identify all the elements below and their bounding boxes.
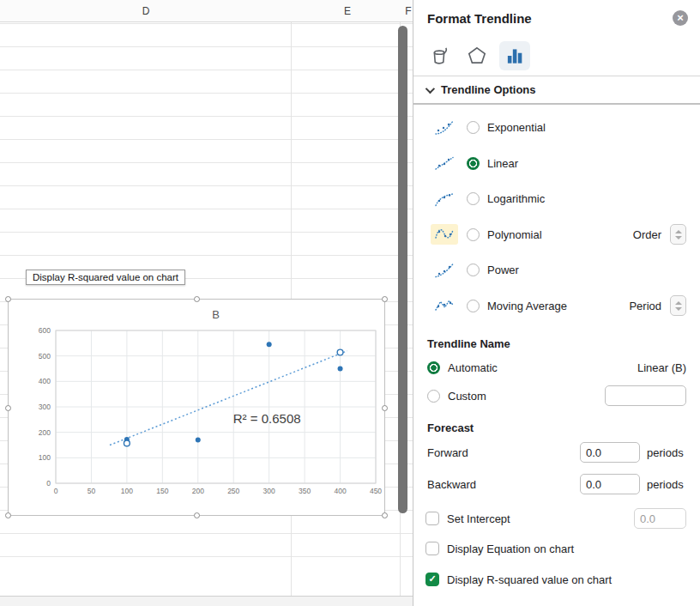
custom-label: Custom	[448, 390, 486, 403]
option-moving-average[interactable]: Moving Average Period	[413, 288, 700, 324]
trendline-name-heading: Trendline Name	[413, 336, 700, 353]
display-r-squared-row[interactable]: Display R-squared value on chart	[413, 564, 700, 595]
power-radio[interactable]	[467, 264, 480, 276]
custom-radio[interactable]	[427, 390, 440, 403]
set-intercept-checkbox[interactable]	[425, 512, 439, 525]
tab-fill-line[interactable]	[424, 41, 455, 70]
svg-text:250: 250	[227, 487, 239, 495]
stepper-up-icon[interactable]	[675, 230, 682, 233]
spreadsheet-area[interactable]: D E F 0501001502002503003504004500100200…	[0, 0, 413, 606]
svg-text:R² = 0.6508: R² = 0.6508	[233, 411, 301, 426]
moving-average-label: Moving Average	[487, 300, 567, 312]
svg-text:400: 400	[39, 377, 51, 385]
chart-handle-mid-left[interactable]	[5, 405, 11, 411]
stepper-down-icon[interactable]	[675, 307, 682, 311]
svg-text:50: 50	[88, 487, 96, 495]
power-trend-icon	[431, 260, 458, 281]
svg-text:100: 100	[39, 453, 51, 462]
backward-unit: periods	[647, 478, 686, 491]
chart-handle-bottom-mid[interactable]	[194, 512, 200, 518]
chart-handle-top-left[interactable]	[5, 296, 11, 302]
automatic-radio[interactable]	[427, 361, 440, 374]
svg-text:0: 0	[54, 487, 58, 495]
column-header-d[interactable]: D	[142, 5, 150, 17]
chart-handle-top-mid[interactable]	[194, 296, 200, 302]
backward-input[interactable]	[580, 474, 640, 494]
chart-handle-top-right[interactable]	[382, 296, 388, 302]
moving-average-trend-icon	[431, 295, 458, 316]
close-icon[interactable]	[673, 10, 688, 26]
period-stepper[interactable]	[670, 295, 686, 316]
option-polynomial[interactable]: Polynomial Order	[413, 217, 700, 253]
divider	[413, 103, 700, 105]
option-logarithmic[interactable]: Logarithmic	[413, 181, 700, 217]
scatter-chart-svg: 0501001502002503003504004500100200300400…	[9, 300, 384, 515]
chart-handle-mid-right[interactable]	[382, 405, 388, 411]
svg-text:0: 0	[46, 479, 51, 488]
svg-text:400: 400	[334, 487, 346, 495]
automatic-value: Linear (B)	[637, 361, 686, 374]
option-exponential[interactable]: Exponential	[413, 110, 700, 146]
panel-title: Format Trendline	[427, 11, 532, 26]
custom-name-input[interactable]	[605, 385, 686, 406]
linear-radio[interactable]	[467, 157, 480, 170]
forecast-heading: Forecast	[413, 420, 700, 437]
sheet-bottom-edge	[0, 596, 413, 606]
svg-text:B: B	[212, 308, 220, 321]
set-intercept-label: Set Intercept	[447, 512, 510, 525]
svg-text:500: 500	[39, 352, 51, 361]
backward-label: Backward	[427, 478, 476, 491]
automatic-name-row[interactable]: Automatic Linear (B)	[413, 353, 700, 382]
svg-text:100: 100	[121, 487, 133, 495]
exponential-label: Exponential	[487, 121, 546, 134]
format-trendline-panel: Format Trendline	[413, 0, 700, 606]
power-label: Power	[487, 264, 519, 276]
linear-trend-icon	[431, 153, 458, 173]
option-power[interactable]: Power	[413, 252, 700, 288]
svg-text:300: 300	[263, 487, 275, 495]
polynomial-trend-icon	[431, 224, 458, 245]
period-label: Period	[629, 300, 661, 312]
display-equation-label: Display Equation on chart	[447, 542, 574, 555]
forward-unit: periods	[647, 446, 686, 459]
stepper-up-icon[interactable]	[675, 301, 682, 305]
moving-average-radio[interactable]	[467, 300, 480, 312]
option-linear[interactable]: Linear	[413, 146, 700, 182]
tab-chart-options[interactable]	[499, 41, 530, 70]
column-header-e[interactable]: E	[344, 5, 351, 17]
panel-header: Format Trendline	[413, 0, 700, 36]
svg-text:450: 450	[370, 487, 382, 495]
stepper-down-icon[interactable]	[675, 236, 682, 239]
pentagon-icon	[466, 45, 488, 67]
display-equation-checkbox[interactable]	[425, 542, 439, 555]
trendline-type-options: Exponential Linear Logarithmic	[413, 110, 700, 324]
exponential-radio[interactable]	[467, 121, 480, 134]
order-label: Order	[633, 228, 661, 241]
section-title: Trendline Options	[441, 83, 536, 96]
set-intercept-row[interactable]: Set Intercept	[413, 504, 700, 533]
polynomial-radio[interactable]	[467, 228, 480, 241]
vertical-scrollbar[interactable]	[398, 26, 407, 513]
forward-input[interactable]	[580, 442, 640, 463]
custom-name-row[interactable]: Custom	[413, 382, 700, 409]
display-equation-row[interactable]: Display Equation on chart	[413, 533, 700, 564]
forward-label: Forward	[427, 446, 468, 459]
column-header-row: D E F	[0, 0, 413, 22]
svg-text:150: 150	[156, 487, 168, 495]
column-header-f[interactable]: F	[405, 5, 411, 17]
chart-handle-bottom-right[interactable]	[382, 512, 388, 518]
chevron-down-icon	[425, 83, 435, 93]
automatic-label: Automatic	[448, 361, 498, 374]
chart-handle-bottom-left[interactable]	[5, 512, 11, 518]
intercept-input[interactable]	[634, 508, 686, 529]
order-stepper[interactable]	[670, 224, 686, 245]
panel-tabs	[413, 36, 700, 76]
svg-text:300: 300	[39, 403, 51, 411]
section-trendline-options[interactable]: Trendline Options	[413, 76, 700, 103]
bar-chart-icon	[504, 45, 526, 67]
embedded-chart[interactable]: 0501001502002503003504004500100200300400…	[8, 299, 385, 516]
logarithmic-radio[interactable]	[467, 192, 480, 205]
display-r-squared-checkbox[interactable]	[425, 573, 439, 586]
paint-can-icon	[428, 45, 450, 67]
tab-effects[interactable]	[462, 41, 492, 70]
